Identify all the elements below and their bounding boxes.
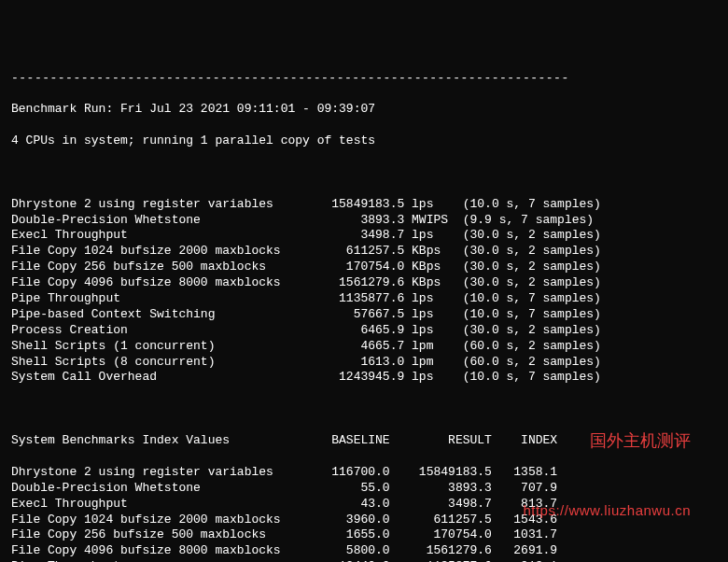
results-block: Dhrystone 2 using register variables 158…: [11, 197, 717, 386]
result-row: File Copy 1024 bufsize 2000 maxblocks 61…: [11, 244, 717, 260]
index-row: Execl Throughput 43.0 3498.7 813.7: [11, 497, 717, 513]
result-row: System Call Overhead 1243945.9 lps (10.0…: [11, 370, 717, 386]
blank-line-2: [11, 401, 717, 417]
index-row: File Copy 256 bufsize 500 maxblocks 1655…: [11, 527, 717, 543]
result-row: Shell Scripts (1 concurrent) 4665.7 lpm …: [11, 339, 717, 355]
benchmark-run-line: Benchmark Run: Fri Jul 23 2021 09:11:01 …: [11, 102, 717, 118]
result-row: Process Creation 6465.9 lps (30.0 s, 2 s…: [11, 323, 717, 339]
index-block: Dhrystone 2 using register variables 116…: [11, 465, 717, 562]
index-row: File Copy 1024 bufsize 2000 maxblocks 39…: [11, 513, 717, 528]
result-row: Pipe Throughput 1135877.6 lps (10.0 s, 7…: [11, 291, 717, 307]
result-row: File Copy 256 bufsize 500 maxblocks 1707…: [11, 260, 717, 275]
divider-top: ----------------------------------------…: [11, 71, 717, 87]
cpu-info-line: 4 CPUs in system; running 1 parallel cop…: [11, 133, 717, 149]
index-row: Double-Precision Whetstone 55.0 3893.3 7…: [11, 481, 717, 497]
result-row: Dhrystone 2 using register variables 158…: [11, 197, 717, 213]
result-row: File Copy 4096 bufsize 8000 maxblocks 15…: [11, 275, 717, 291]
result-row: Pipe-based Context Switching 57667.5 lps…: [11, 307, 717, 323]
index-header-line: System Benchmarks Index Values BASELINE …: [11, 433, 717, 449]
result-row: Double-Precision Whetstone 3893.3 MWIPS …: [11, 213, 717, 229]
index-row: Dhrystone 2 using register variables 116…: [11, 465, 717, 481]
result-row: Execl Throughput 3498.7 lps (30.0 s, 2 s…: [11, 228, 717, 244]
blank-line: [11, 165, 717, 181]
index-row: File Copy 4096 bufsize 8000 maxblocks 58…: [11, 543, 717, 559]
result-row: Shell Scripts (8 concurrent) 1613.0 lpm …: [11, 355, 717, 371]
